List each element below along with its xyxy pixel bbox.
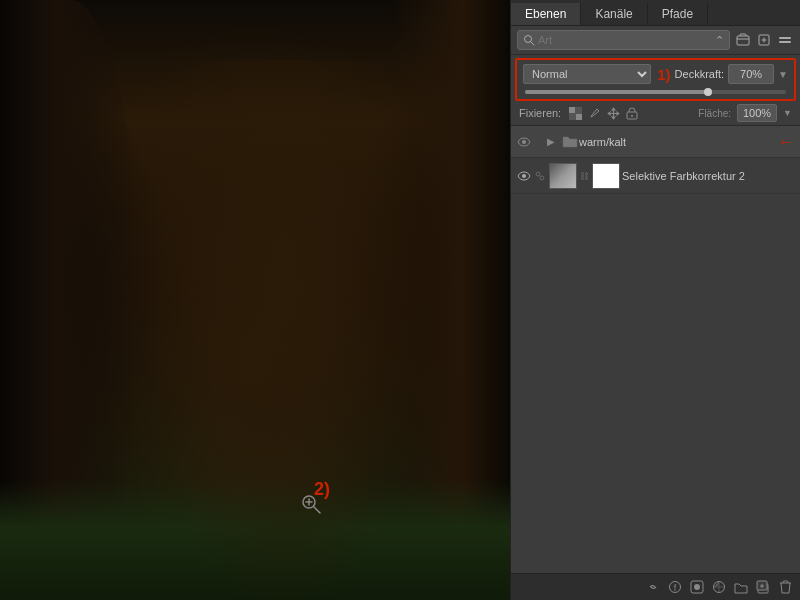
tab-kanaele[interactable]: Kanäle — [581, 3, 647, 25]
panel-bottom-toolbar: f — [511, 573, 800, 600]
layer-arrow-annotation: ← — [778, 133, 794, 151]
layer-eye-selektive[interactable] — [515, 167, 533, 185]
new-layer-button[interactable] — [754, 578, 772, 596]
svg-line-21 — [540, 175, 541, 176]
blend-opacity-row: Normal 1) Deckkraft: 70% ▼ — [517, 60, 794, 88]
layer-lock-warm-kalt — [533, 135, 547, 149]
layers-toolbar: ⌃ — [511, 26, 800, 55]
opacity-value[interactable]: 70% — [728, 64, 774, 84]
opacity-slider-track[interactable] — [525, 90, 786, 94]
layer-name-warm-kalt: warm/kalt — [579, 136, 796, 148]
new-layer-icon[interactable] — [755, 31, 773, 49]
svg-rect-6 — [737, 36, 749, 45]
layer-eye-warm-kalt[interactable] — [515, 133, 533, 151]
opacity-label: Deckkraft: — [675, 68, 725, 80]
fix-icons — [567, 105, 640, 121]
svg-rect-10 — [779, 37, 791, 39]
link-layers-button[interactable] — [644, 578, 662, 596]
svg-point-18 — [522, 174, 526, 178]
layers-panel: Ebenen Kanäle Pfade ⌃ — [510, 0, 800, 600]
opacity-dropdown-arrow[interactable]: ▼ — [778, 69, 788, 80]
add-layer-style-button[interactable]: f — [666, 578, 684, 596]
svg-point-25 — [694, 584, 700, 590]
layer-folder-warm-kalt — [561, 133, 579, 151]
delete-layer-button[interactable] — [776, 578, 794, 596]
zoom-icon — [300, 493, 322, 518]
canvas-area[interactable]: 2) — [0, 0, 510, 600]
layer-name-selektive: Selektive Farbkorrektur 2 — [622, 170, 796, 182]
figure — [140, 60, 430, 600]
fixieren-label: Fixieren: — [519, 107, 561, 119]
svg-point-19 — [536, 172, 540, 176]
svg-rect-13 — [569, 107, 575, 113]
layers-list: ▶ warm/kalt ← — [511, 126, 800, 573]
fill-arrow[interactable]: ▼ — [783, 108, 792, 118]
new-group-icon[interactable] — [734, 31, 752, 49]
new-group-button[interactable] — [732, 578, 750, 596]
layer-thumb-mask — [592, 163, 620, 189]
svg-line-5 — [531, 42, 534, 45]
annotation-1-label: 1) — [657, 66, 670, 83]
fix-lock-icon[interactable] — [624, 105, 640, 121]
svg-text:f: f — [674, 583, 677, 593]
fix-checkerboard-icon[interactable] — [567, 105, 583, 121]
toolbar-icons — [734, 31, 794, 49]
fix-brush-icon[interactable] — [586, 105, 602, 121]
svg-rect-11 — [779, 41, 791, 43]
svg-point-17 — [522, 140, 526, 144]
search-box[interactable]: ⌃ — [517, 30, 730, 50]
layer-expand-warm-kalt[interactable]: ▶ — [547, 136, 561, 147]
opacity-slider-thumb[interactable] — [704, 88, 712, 96]
layer-options-icon[interactable] — [776, 31, 794, 49]
fix-move-icon[interactable] — [605, 105, 621, 121]
layer-thumb-adjustment — [549, 163, 577, 189]
layer-link-icon: ⛓ — [580, 171, 589, 181]
app-window: 2) Ebenen Kanäle Pfade — [0, 0, 800, 600]
svg-point-4 — [525, 36, 532, 43]
layer-selektive-farbkorrektur[interactable]: ⛓ Selektive Farbkorrektur 2 — [511, 158, 800, 194]
svg-point-20 — [540, 176, 544, 180]
layer-group-warm-kalt[interactable]: ▶ warm/kalt ← — [511, 126, 800, 158]
search-input[interactable] — [538, 34, 713, 46]
tab-ebenen[interactable]: Ebenen — [511, 3, 581, 25]
blend-mode-select[interactable]: Normal — [523, 64, 651, 84]
add-mask-button[interactable] — [688, 578, 706, 596]
opacity-slider-row — [517, 88, 794, 99]
opacity-slider-fill — [525, 90, 708, 94]
svg-point-16 — [631, 115, 633, 117]
panel-tabs: Ebenen Kanäle Pfade — [511, 0, 800, 26]
svg-rect-14 — [576, 114, 582, 120]
fill-value[interactable]: 100% — [737, 104, 777, 122]
fill-lock-row: Fixieren: — [511, 101, 800, 126]
layer-chain-selektive — [533, 169, 547, 183]
tab-pfade[interactable]: Pfade — [648, 3, 708, 25]
fill-label: Fläche: — [698, 108, 731, 119]
new-adjustment-button[interactable] — [710, 578, 728, 596]
svg-line-1 — [314, 507, 320, 513]
